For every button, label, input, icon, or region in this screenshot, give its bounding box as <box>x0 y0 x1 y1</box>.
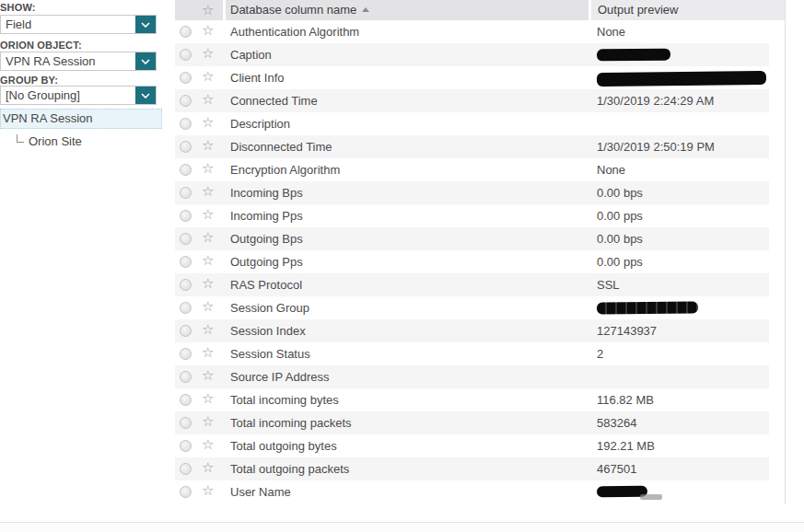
radio-button[interactable] <box>180 302 192 314</box>
show-label: SHOW: <box>0 2 36 13</box>
output-preview-value: None <box>597 158 625 181</box>
star-icon[interactable]: ☆ <box>202 459 214 476</box>
radio-button[interactable] <box>180 348 192 360</box>
radio-button[interactable] <box>180 256 192 268</box>
header-output-preview[interactable]: Output preview <box>591 0 785 20</box>
radio-button[interactable] <box>180 440 192 452</box>
radio-button[interactable] <box>180 187 192 199</box>
bottom-divider <box>0 522 804 532</box>
output-preview-value: 467501 <box>597 457 636 480</box>
star-icon[interactable]: ☆ <box>202 2 214 18</box>
field-name: Source IP Address <box>230 365 329 388</box>
radio-button[interactable] <box>180 164 192 176</box>
sidebar: SHOW: Field ORION OBJECT: VPN RA Session… <box>0 0 166 523</box>
radio-button[interactable] <box>180 486 192 498</box>
show-dropdown[interactable]: Field <box>0 15 157 34</box>
star-icon[interactable]: ☆ <box>202 390 214 407</box>
header-database-column-name[interactable]: Database column name <box>226 0 588 20</box>
star-icon[interactable]: ☆ <box>202 183 214 200</box>
table-row[interactable]: ☆ Total outgoing packets 467501 <box>175 457 769 480</box>
table-row[interactable]: ☆ Total incoming packets 583264 <box>175 411 769 434</box>
table-row[interactable]: ☆ Caption <box>175 43 769 66</box>
field-table: ☆ Database column name Output preview ☆ … <box>175 0 786 504</box>
field-name: RAS Protocol <box>230 273 302 296</box>
star-icon[interactable]: ☆ <box>202 344 214 361</box>
star-icon[interactable]: ☆ <box>202 252 214 269</box>
orion-object-label: ORION OBJECT: <box>0 40 82 51</box>
star-icon[interactable]: ☆ <box>202 413 214 430</box>
field-name: Session Group <box>230 296 309 319</box>
table-row[interactable]: ☆ Description <box>175 112 769 135</box>
radio-button[interactable] <box>180 26 192 38</box>
table-row[interactable]: ☆ Incoming Bps 0.00 bps <box>175 181 769 204</box>
tree-connector-icon <box>17 134 24 143</box>
output-preview-value: SSL <box>597 273 620 296</box>
table-row[interactable]: ☆ Client Info <box>175 66 769 89</box>
table-row[interactable]: ☆ Session Status 2 <box>175 342 769 365</box>
chevron-down-icon[interactable] <box>135 52 156 70</box>
star-icon[interactable]: ☆ <box>202 229 214 246</box>
star-icon[interactable]: ☆ <box>202 367 214 384</box>
star-icon[interactable]: ☆ <box>202 206 214 223</box>
table-row[interactable]: ☆ Session Group <box>175 296 769 319</box>
output-preview-value: 127143937 <box>597 319 657 342</box>
table-row[interactable]: ☆ Outgoing Pps 0.00 pps <box>175 250 769 273</box>
star-icon[interactable]: ☆ <box>202 275 214 292</box>
radio-button[interactable] <box>180 210 192 222</box>
radio-button[interactable] <box>180 417 192 429</box>
table-row[interactable]: ☆ Authentication Algorithm None <box>175 20 769 43</box>
radio-button[interactable] <box>180 371 192 383</box>
table-row[interactable]: ☆ Session Index 127143937 <box>175 319 769 342</box>
star-icon[interactable]: ☆ <box>202 321 214 338</box>
radio-button[interactable] <box>180 95 192 107</box>
table-row[interactable]: ☆ Connected Time 1/30/2019 2:24:29 AM <box>175 89 769 112</box>
table-row[interactable]: ☆ Total outgoing bytes 192.21 MB <box>175 434 769 457</box>
chevron-down-icon[interactable] <box>135 16 156 33</box>
group-by-dropdown-value: [No Grouping] <box>6 87 80 104</box>
star-icon[interactable]: ☆ <box>202 482 214 499</box>
tree-item-vpn-ra-session[interactable]: VPN RA Session <box>0 109 162 129</box>
output-preview-value: 0.00 pps <box>597 204 643 227</box>
star-icon[interactable]: ☆ <box>202 45 214 62</box>
table-row[interactable]: ☆ Encryption Algorithm None <box>175 158 769 181</box>
output-preview-value: 192.21 MB <box>597 434 655 457</box>
table-row[interactable]: ☆ RAS Protocol SSL <box>175 273 769 296</box>
star-icon[interactable]: ☆ <box>202 298 214 315</box>
radio-button[interactable] <box>180 118 192 130</box>
redaction-remnant <box>640 494 662 500</box>
orion-object-dropdown[interactable]: VPN RA Session <box>0 52 157 71</box>
field-name: Authentication Algorithm <box>230 20 359 43</box>
table-row[interactable]: ☆ Disconnected Time 1/30/2019 2:50:19 PM <box>175 135 769 158</box>
table-header: ☆ Database column name Output preview <box>175 0 785 20</box>
header-preview-label: Output preview <box>598 3 678 17</box>
group-by-dropdown[interactable]: [No Grouping] <box>0 86 157 105</box>
table-row[interactable]: ☆ User Name <box>175 480 769 503</box>
star-icon[interactable]: ☆ <box>202 91 214 108</box>
field-name: Description <box>230 112 290 135</box>
output-preview-value: 116.82 MB <box>597 388 654 411</box>
chevron-down-icon[interactable] <box>135 87 156 104</box>
star-icon[interactable]: ☆ <box>202 68 214 85</box>
star-icon[interactable]: ☆ <box>202 114 214 131</box>
radio-button[interactable] <box>180 49 192 61</box>
table-row[interactable]: ☆ Total incoming bytes 116.82 MB <box>175 388 769 411</box>
star-icon[interactable]: ☆ <box>202 137 214 154</box>
table-row[interactable]: ☆ Outgoing Bps 0.00 bps <box>175 227 769 250</box>
star-icon[interactable]: ☆ <box>202 160 214 177</box>
output-preview-value: 0.00 pps <box>597 250 643 273</box>
radio-button[interactable] <box>180 394 192 406</box>
radio-button[interactable] <box>180 233 192 245</box>
radio-button[interactable] <box>180 463 192 475</box>
table-row[interactable]: ☆ Incoming Pps 0.00 pps <box>175 204 769 227</box>
radio-button[interactable] <box>180 279 192 291</box>
field-name: Session Status <box>230 342 310 365</box>
sort-ascending-icon <box>362 7 369 12</box>
tree-item-orion-site[interactable]: Orion Site <box>17 133 82 150</box>
radio-button[interactable] <box>180 325 192 337</box>
radio-button[interactable] <box>180 141 192 153</box>
radio-button[interactable] <box>180 72 192 84</box>
field-name: Connected Time <box>230 89 318 112</box>
star-icon[interactable]: ☆ <box>202 22 214 39</box>
table-row[interactable]: ☆ Source IP Address <box>175 365 769 388</box>
star-icon[interactable]: ☆ <box>202 436 214 453</box>
